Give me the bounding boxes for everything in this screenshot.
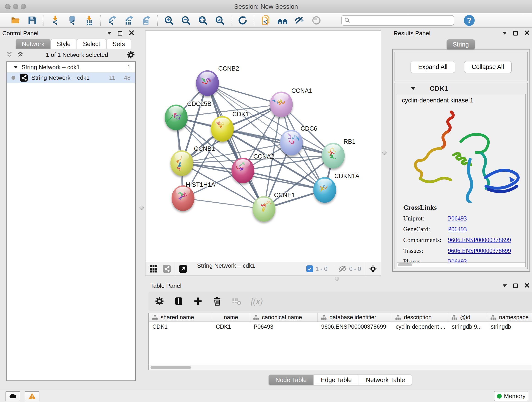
node-CDKN1A[interactable]: CDKN1A <box>313 172 360 203</box>
node-CCNB2[interactable]: CCNB2 <box>196 65 239 96</box>
column-header-canonical-name[interactable]: canonical name <box>250 313 317 322</box>
panel-menu-icon[interactable] <box>503 32 507 37</box>
hidden-eye-icon[interactable] <box>338 264 347 273</box>
table-cell[interactable]: 9606.ENSP00000378699 <box>317 322 392 331</box>
expand-all-icon[interactable] <box>17 51 24 59</box>
save-session-icon[interactable] <box>27 15 38 26</box>
table-horizontal-scrollbar[interactable] <box>149 365 532 370</box>
column-header-description[interactable]: description <box>392 313 448 322</box>
left-splitter-handle[interactable] <box>139 206 144 210</box>
warnings-button[interactable] <box>25 391 39 401</box>
memory-button[interactable]: Memory <box>494 391 528 401</box>
collapse-all-icon[interactable] <box>6 51 13 59</box>
table-cell[interactable]: stringdb:9... <box>448 322 487 331</box>
tab-sets[interactable]: Sets <box>106 39 131 49</box>
column-header-database-identifier[interactable]: database identifier <box>317 313 392 322</box>
show-columns-icon[interactable] <box>174 296 184 306</box>
tab-network[interactable]: Network <box>16 39 51 49</box>
panel-close-icon[interactable] <box>524 30 530 36</box>
table-cell[interactable]: CDK1 <box>212 322 250 331</box>
tab-string[interactable]: String <box>447 39 475 50</box>
export-image-icon[interactable] <box>141 15 151 26</box>
table-cell[interactable]: CDK1 <box>149 322 212 331</box>
crosslink-value-link[interactable]: 9606.ENSP00000378699 <box>448 236 511 244</box>
panel-menu-icon[interactable] <box>503 284 507 289</box>
panel-menu-icon[interactable] <box>107 32 111 37</box>
zoom-fit-icon[interactable] <box>197 15 208 26</box>
hide-glasses-icon[interactable] <box>294 15 305 26</box>
column-header-name[interactable]: name <box>212 313 250 322</box>
panel-float-icon[interactable] <box>513 283 518 288</box>
table-options-gear-icon[interactable] <box>154 296 165 306</box>
import-network-database-icon[interactable] <box>67 15 77 26</box>
cloud-status-button[interactable] <box>6 391 20 401</box>
node-HIST1H1A[interactable]: HIST1H1A <box>172 181 215 211</box>
delete-column-icon[interactable] <box>212 296 222 306</box>
selected-checkbox-icon[interactable] <box>306 265 313 272</box>
node-RB1[interactable]: RB1 <box>322 138 355 168</box>
export-view-icon[interactable] <box>179 264 187 273</box>
expand-all-button[interactable]: Expand All <box>411 61 455 73</box>
edge-CCNB2-CCNE1[interactable] <box>207 83 264 209</box>
crosslink-value-link[interactable]: P06493 <box>448 226 467 233</box>
panel-float-icon[interactable] <box>513 31 518 36</box>
scrollbar-thumb[interactable] <box>398 263 412 266</box>
help-icon[interactable]: ? <box>463 14 475 26</box>
export-table-icon[interactable] <box>124 15 134 26</box>
panel-float-icon[interactable] <box>118 31 122 36</box>
panel-close-icon[interactable] <box>129 30 134 36</box>
node-CDK1[interactable]: CDK1 <box>211 111 249 142</box>
network-collection-row[interactable]: String Network – cdk1 1 <box>7 62 135 72</box>
tab-edge-table[interactable]: Edge Table <box>314 375 359 385</box>
node-label-CDC25B: CDC25B <box>187 100 211 107</box>
add-column-icon[interactable] <box>193 296 203 306</box>
panel-close-icon[interactable] <box>524 283 530 289</box>
right-splitter-handle[interactable] <box>382 151 386 155</box>
column-header-namespace[interactable]: namespace <box>487 313 532 322</box>
tree-expander-icon[interactable] <box>14 66 18 70</box>
search-box[interactable] <box>341 15 454 26</box>
tab-select[interactable]: Select <box>77 39 106 49</box>
node-CCNA1[interactable]: CCNA1 <box>269 87 312 117</box>
table-cell[interactable]: stringdb <box>487 322 532 331</box>
string-document-icon[interactable] <box>260 15 271 26</box>
tab-style[interactable]: Style <box>51 39 77 49</box>
scrollbar-thumb[interactable] <box>151 366 191 369</box>
table-cell[interactable]: P06493 <box>250 322 317 331</box>
open-session-icon[interactable] <box>10 15 21 26</box>
table-cell[interactable]: cyclin-dependent ... <box>392 322 448 331</box>
collapse-all-button[interactable]: Collapse All <box>464 61 512 73</box>
refresh-icon[interactable] <box>237 15 248 26</box>
network-canvas[interactable]: CCNB2CCNA1CDC25BCDK1CDC6RB1CCNB1CCNA2CDK… <box>145 31 381 262</box>
crosslink-value-link[interactable]: 9606.ENSP00000378699 <box>448 247 511 254</box>
crosslink-value-link[interactable]: P06493 <box>448 215 467 222</box>
network-graph[interactable]: CCNB2CCNA1CDC25BCDK1CDC6RB1CCNB1CCNA2CDK… <box>146 31 381 262</box>
tab-network-table[interactable]: Network Table <box>359 375 412 385</box>
column-header-shared-name[interactable]: shared name <box>149 313 212 322</box>
birds-eye-grid-icon[interactable] <box>149 264 158 273</box>
zoom-in-icon[interactable] <box>164 15 174 26</box>
crosshair-icon[interactable] <box>369 264 377 273</box>
import-table-icon[interactable] <box>84 15 94 26</box>
import-network-icon[interactable] <box>50 15 60 26</box>
node-CCNB1[interactable]: CCNB1 <box>171 145 215 176</box>
string-home-icon[interactable] <box>277 15 288 26</box>
network-row-selected[interactable]: String Network – cdk1 11 48 <box>7 72 135 83</box>
export-network-icon[interactable] <box>107 15 117 26</box>
node-CDC25B[interactable]: CDC25B <box>165 100 211 130</box>
zoom-out-icon[interactable] <box>181 15 191 26</box>
show-eye-icon[interactable] <box>311 15 322 26</box>
column-header--id[interactable]: @id <box>448 313 487 322</box>
network-share-icon[interactable] <box>162 264 171 273</box>
search-input[interactable] <box>352 17 451 24</box>
zoom-selected-icon[interactable] <box>215 15 225 26</box>
entry-header[interactable]: CDK1 <box>395 83 527 94</box>
results-horizontal-scrollbar[interactable] <box>397 262 525 267</box>
bottom-splitter-handle[interactable] <box>335 277 339 281</box>
entry-expander-icon[interactable] <box>411 87 415 92</box>
node-CCNE1[interactable]: CCNE1 <box>253 191 295 222</box>
table-row[interactable]: CDK1CDK1P064939606.ENSP00000378699cyclin… <box>149 322 532 331</box>
network-options-gear-icon[interactable] <box>127 51 135 59</box>
edge-CCNE1-HIST1H1A[interactable] <box>183 198 264 209</box>
tab-node-table[interactable]: Node Table <box>268 375 314 385</box>
